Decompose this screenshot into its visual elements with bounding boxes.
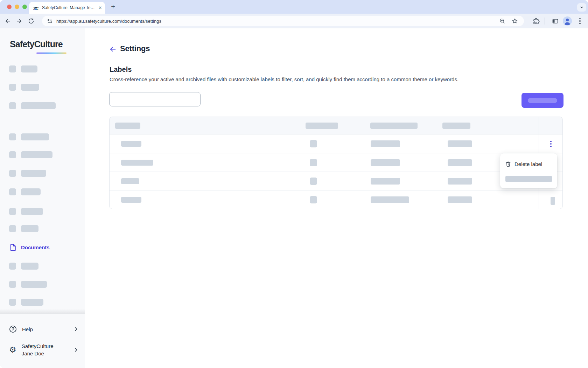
cell-skeleton [448, 140, 472, 147]
table-row [110, 190, 562, 209]
page-title: Settings [120, 44, 150, 53]
nav-skeleton-item [9, 208, 43, 215]
skeleton-bar [21, 263, 38, 270]
zoom-in-button[interactable] [498, 17, 506, 25]
label-search-input[interactable] [109, 92, 201, 106]
labels-section-title: Labels [110, 65, 132, 74]
zoom-in-icon [499, 18, 505, 24]
nav-skeleton-item [9, 133, 49, 140]
skeleton-icon [9, 65, 16, 72]
skeleton-icon [9, 225, 16, 232]
cell-skeleton [310, 178, 317, 185]
cell-skeleton [448, 196, 472, 203]
skeleton-icon [9, 133, 16, 140]
browser-tab[interactable]: SC SafetyCulture: Manage Teams and... ✕ [29, 2, 105, 14]
sidebar-item-label: Documents [21, 244, 50, 250]
side-panel-icon [552, 18, 559, 25]
extensions-button[interactable] [532, 17, 540, 25]
menu-item-delete-label[interactable]: Delete label [500, 157, 557, 171]
skeleton-bar [21, 170, 46, 177]
menu-item-skeleton [505, 176, 552, 182]
skeleton-bar [21, 133, 49, 140]
tab-strip: SC SafetyCulture: Manage Teams and... ✕ … [0, 0, 588, 14]
cell-skeleton [310, 196, 317, 203]
app-sidebar: SafetyCulture [0, 28, 85, 368]
sidebar-item-help[interactable]: Help [9, 322, 79, 336]
nav-skeleton-item [9, 84, 39, 91]
row-actions-menu-button[interactable] [545, 138, 556, 150]
add-label-button-loading[interactable] [522, 93, 564, 108]
close-window-button[interactable] [7, 5, 12, 9]
labels-section-description: Cross-reference your active and archived… [110, 76, 458, 82]
new-tab-button[interactable]: + [108, 2, 118, 11]
browser-window: SC SafetyCulture: Manage Teams and... ✕ … [0, 0, 588, 368]
nav-skeleton-item [9, 102, 56, 109]
skeleton-icon [9, 263, 16, 270]
skeleton-bar [21, 65, 37, 72]
skeleton-bar [21, 299, 43, 306]
skeleton-bar [21, 188, 41, 195]
reload-button[interactable] [27, 17, 35, 25]
profile-avatar[interactable] [563, 16, 572, 26]
kebab-menu-icon [579, 18, 581, 24]
trash-icon [505, 161, 511, 167]
nav-skeleton-item [9, 65, 37, 72]
toolbar-divider [545, 18, 545, 25]
row-actions-menu: Delete label [500, 153, 557, 188]
cell-skeleton [448, 178, 472, 185]
side-panel-button[interactable] [551, 17, 559, 25]
table-header-row [110, 117, 562, 134]
skeleton-icon [9, 299, 16, 306]
nav-skeleton-item [9, 263, 38, 270]
nav-skeleton-item [9, 225, 38, 232]
menu-item-label: Delete label [514, 161, 542, 167]
cell-skeleton [371, 178, 400, 185]
tab-overflow-button[interactable] [577, 3, 586, 12]
sidebar-scroll-shadow [0, 309, 85, 314]
header-skeleton [115, 123, 140, 129]
sidebar-item-account[interactable]: ⚙ SafetyCulture Jane Doe [9, 341, 79, 358]
chevron-right-icon [73, 347, 79, 353]
cell-skeleton [121, 197, 141, 203]
cell-skeleton [448, 159, 472, 166]
skeleton-bar [21, 225, 38, 232]
forward-button[interactable] [15, 17, 23, 25]
zoom-window-button[interactable] [22, 5, 27, 9]
tab-close-icon[interactable]: ✕ [98, 5, 102, 10]
back-button[interactable] [4, 17, 12, 25]
nav-skeleton-item [9, 299, 43, 306]
minimize-window-button[interactable] [15, 5, 19, 9]
cell-skeleton [121, 160, 153, 166]
chevron-right-icon [73, 326, 79, 332]
back-arrow-icon [109, 46, 117, 53]
safetyculture-favicon-icon: SC [33, 5, 40, 11]
tab-title: SafetyCulture: Manage Teams and... [42, 5, 96, 10]
gear-icon: ⚙ [9, 346, 16, 354]
skeleton-bar [21, 102, 56, 109]
kebab-dot [550, 141, 552, 142]
settings-back-button[interactable] [108, 44, 117, 54]
safetyculture-logo: SafetyCulture [10, 39, 63, 49]
cell-skeleton [371, 196, 409, 203]
skeleton-icon [9, 170, 16, 177]
url-bar[interactable]: https://app.au.safetyculture.com/documen… [42, 16, 524, 26]
url-text[interactable]: https://app.au.safetyculture.com/documen… [56, 19, 498, 24]
star-icon [512, 18, 518, 24]
skeleton-icon [9, 102, 16, 109]
sidebar-divider [8, 121, 75, 121]
skeleton-icon [9, 188, 16, 195]
extensions-puzzle-icon [533, 18, 540, 25]
account-labels: SafetyCulture Jane Doe [22, 342, 54, 357]
skeleton-icon [9, 208, 16, 215]
browser-menu-button[interactable] [576, 17, 584, 25]
account-org: SafetyCulture [22, 342, 54, 350]
site-settings-icon[interactable] [47, 18, 53, 24]
cell-skeleton [121, 141, 141, 147]
nav-skeleton-item [9, 188, 41, 195]
bookmark-button[interactable] [511, 17, 519, 25]
header-skeleton [442, 123, 470, 129]
chevron-down-icon [580, 5, 584, 9]
browser-toolbar: https://app.au.safetyculture.com/documen… [0, 14, 588, 28]
sidebar-bottom-section: Help ⚙ SafetyCulture Jane Doe [0, 314, 85, 368]
sidebar-item-documents[interactable]: Documents [9, 243, 50, 252]
